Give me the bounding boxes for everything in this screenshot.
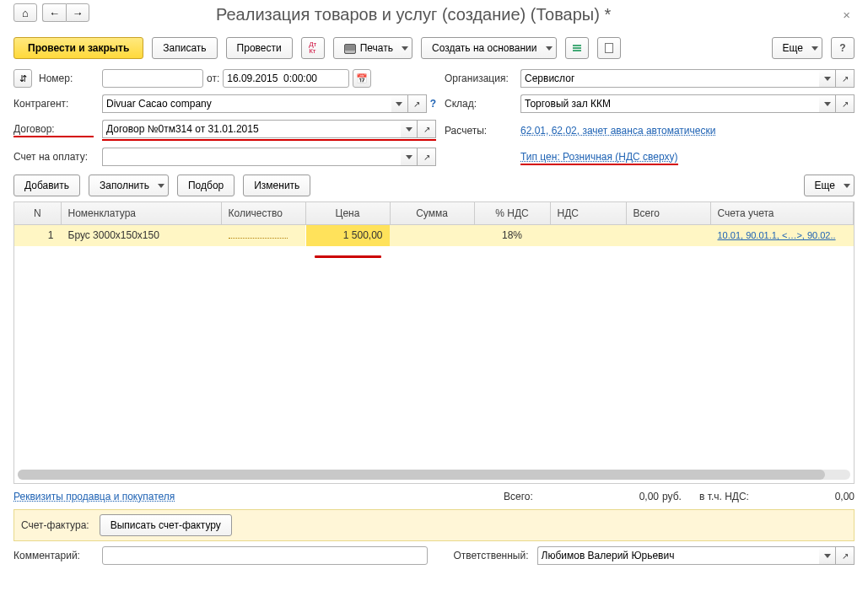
otvetstvennyy-field[interactable] bbox=[537, 546, 819, 565]
totals-vsego-value: 0,00 bbox=[558, 491, 659, 502]
col-nds[interactable]: НДС bbox=[550, 202, 626, 224]
move-button[interactable]: ⇵ bbox=[13, 69, 32, 88]
schet-faktura-label: Счет-фактура: bbox=[21, 519, 89, 531]
nav-forward-button[interactable]: → bbox=[66, 3, 89, 22]
cell-vsego[interactable] bbox=[626, 224, 710, 246]
podbor-button[interactable]: Подбор bbox=[177, 175, 235, 196]
date-field[interactable] bbox=[223, 69, 349, 88]
col-kolichestvo[interactable]: Количество bbox=[221, 202, 305, 224]
attach-icon-button[interactable] bbox=[597, 37, 621, 59]
raschety-link[interactable]: 62.01, 62.02, зачет аванса автоматически bbox=[520, 125, 715, 137]
dt-kt-button[interactable]: ДтКт bbox=[301, 37, 325, 59]
organization-open[interactable]: ↗ bbox=[836, 69, 855, 88]
document-icon bbox=[605, 43, 613, 53]
horizontal-scrollbar[interactable] bbox=[18, 470, 850, 480]
vypisat-schet-fakturu-button[interactable]: Выписать счет-фактуру bbox=[100, 514, 232, 536]
cell-kolichestvo[interactable] bbox=[221, 224, 305, 246]
kontragent-dropdown[interactable] bbox=[391, 94, 408, 113]
col-nomenklatura[interactable]: Номенклатура bbox=[61, 202, 221, 224]
otvetstvennyy-dropdown[interactable] bbox=[819, 546, 836, 565]
totals-rub: руб. bbox=[662, 491, 696, 502]
kontragent-help[interactable]: ? bbox=[430, 98, 436, 110]
cell-n: 1 bbox=[14, 224, 61, 246]
pechat-button[interactable]: Печать bbox=[333, 37, 412, 59]
schet-na-oplatu-field[interactable] bbox=[102, 148, 401, 166]
col-summa[interactable]: Сумма bbox=[390, 202, 474, 224]
col-cena[interactable]: Цена bbox=[305, 202, 390, 224]
rekvizity-link[interactable]: Реквизиты продавца и покупателя bbox=[13, 491, 175, 502]
sklad-label: Склад: bbox=[445, 98, 512, 110]
list-icon bbox=[573, 45, 581, 51]
col-pct-nds[interactable]: % НДС bbox=[474, 202, 550, 224]
kontragent-label: Контрагент: bbox=[13, 98, 94, 110]
organization-label: Организация: bbox=[445, 73, 512, 84]
nomer-field[interactable] bbox=[102, 69, 203, 88]
goods-table[interactable]: N Номенклатура Количество Цена Сумма % Н… bbox=[13, 201, 855, 484]
dogovor-field[interactable] bbox=[102, 120, 401, 138]
sklad-open[interactable]: ↗ bbox=[836, 94, 855, 113]
tip-cen-link[interactable]: Тип цен: Розничная (НДС сверху) bbox=[520, 151, 678, 165]
nomer-label: Номер: bbox=[39, 73, 73, 84]
calendar-button[interactable]: 📅 bbox=[353, 69, 371, 88]
sozdat-na-osnovanii-button[interactable]: Создать на основании bbox=[421, 37, 557, 59]
totals-vtch-value: 0,00 bbox=[787, 491, 855, 502]
table-row[interactable]: 1 Брус 3000х150х150 1 500,00 18% 10.01, … bbox=[14, 224, 854, 246]
raschety-label: Расчеты: bbox=[445, 125, 512, 137]
kommentariy-label: Комментарий: bbox=[13, 550, 94, 561]
dogovor-open[interactable]: ↗ bbox=[418, 120, 436, 138]
provesti-i-zakryt-button[interactable]: Провести и закрыть bbox=[13, 37, 143, 59]
dogovor-dropdown[interactable] bbox=[401, 120, 418, 138]
print-icon bbox=[344, 44, 356, 54]
kontragent-open[interactable]: ↗ bbox=[408, 94, 427, 113]
totals-vsego-label: Всего: bbox=[504, 491, 554, 502]
organization-dropdown[interactable] bbox=[819, 69, 836, 88]
otvetstvennyy-label: Ответственный: bbox=[453, 550, 528, 561]
sklad-dropdown[interactable] bbox=[819, 94, 836, 113]
zapolnit-button[interactable]: Заполнить bbox=[89, 175, 169, 196]
schet-na-oplatu-dropdown[interactable] bbox=[401, 148, 418, 166]
organization-field[interactable] bbox=[520, 69, 819, 88]
home-button[interactable]: ⌂ bbox=[13, 3, 37, 22]
nav-back-button[interactable]: ← bbox=[42, 3, 66, 22]
report-icon-button[interactable] bbox=[565, 37, 589, 59]
close-icon[interactable]: × bbox=[838, 6, 855, 24]
provesti-button[interactable]: Провести bbox=[226, 37, 293, 59]
cell-summa[interactable] bbox=[390, 224, 474, 246]
col-n[interactable]: N bbox=[14, 202, 61, 224]
esche-button[interactable]: Еще bbox=[772, 37, 822, 59]
dogovor-label: Договор: bbox=[13, 123, 94, 137]
schet-na-oplatu-label: Счет на оплату: bbox=[13, 151, 94, 163]
ot-label: от: bbox=[207, 73, 219, 84]
zapisat-button[interactable]: Записать bbox=[152, 37, 217, 59]
kommentariy-field[interactable] bbox=[102, 546, 428, 565]
cell-nds[interactable] bbox=[550, 224, 626, 246]
totals-vtch-label: в т.ч. НДС: bbox=[699, 491, 784, 502]
schet-na-oplatu-open[interactable]: ↗ bbox=[418, 148, 436, 166]
cell-scheta[interactable]: 10.01, 90.01.1, <…>, 90.02.. bbox=[710, 224, 854, 246]
cell-cena[interactable]: 1 500,00 bbox=[305, 224, 390, 246]
sklad-field[interactable] bbox=[520, 94, 819, 113]
cell-pct-nds[interactable]: 18% bbox=[474, 224, 550, 246]
dobavit-button[interactable]: Добавить bbox=[13, 175, 80, 196]
izmenit-button[interactable]: Изменить bbox=[243, 175, 310, 196]
col-scheta-ucheta[interactable]: Счета учета bbox=[710, 202, 854, 224]
col-vsego[interactable]: Всего bbox=[626, 202, 710, 224]
cell-nomenklatura[interactable]: Брус 3000х150х150 bbox=[61, 224, 221, 246]
kontragent-field[interactable] bbox=[102, 94, 391, 113]
table-esche-button[interactable]: Еще bbox=[804, 175, 855, 196]
otvetstvennyy-open[interactable]: ↗ bbox=[836, 546, 855, 565]
help-button[interactable]: ? bbox=[831, 37, 855, 59]
page-title: Реализация товаров и услуг (создание) (Т… bbox=[216, 5, 611, 24]
